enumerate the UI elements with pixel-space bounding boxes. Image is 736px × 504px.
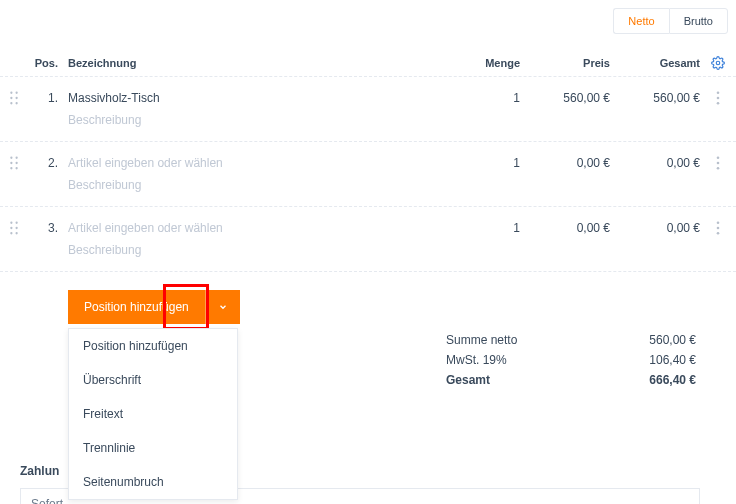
add-position-dropdown-button[interactable] [205, 290, 240, 324]
item-total: 0,00 € [610, 221, 700, 235]
totals-block: Summe netto560,00 € MwSt. 19%106,40 € Ge… [446, 330, 696, 390]
chevron-down-icon [218, 302, 228, 312]
svg-point-2 [15, 92, 17, 94]
svg-point-26 [717, 227, 720, 230]
item-qty[interactable]: 1 [460, 156, 520, 170]
dropdown-item-position[interactable]: Position hinzufügen [69, 329, 237, 363]
svg-point-5 [10, 102, 12, 104]
svg-point-6 [15, 102, 17, 104]
total-netto-label: Summe netto [446, 333, 517, 347]
highlight-box [163, 284, 209, 330]
total-vat-label: MwSt. 19% [446, 353, 507, 367]
dropdown-item-freetext[interactable]: Freitext [69, 397, 237, 431]
col-qty-header: Menge [460, 57, 520, 69]
total-netto-value: 560,00 € [649, 333, 696, 347]
item-pos: 1. [28, 91, 68, 105]
table-row: 3.Artikel eingeben oder wählen10,00 €0,0… [0, 207, 736, 239]
drag-handle-icon[interactable] [0, 91, 28, 105]
item-qty[interactable]: 1 [460, 221, 520, 235]
item-description-row: Beschreibung [0, 109, 736, 142]
item-price[interactable]: 0,00 € [520, 221, 610, 235]
svg-point-11 [15, 157, 17, 159]
svg-point-8 [717, 97, 720, 100]
svg-point-7 [717, 91, 720, 94]
item-name[interactable]: Massivholz-Tisch [68, 91, 460, 105]
item-qty[interactable]: 1 [460, 91, 520, 105]
svg-point-19 [10, 222, 12, 224]
svg-point-3 [10, 97, 12, 99]
item-price[interactable]: 0,00 € [520, 156, 610, 170]
svg-point-22 [15, 227, 17, 229]
svg-point-24 [15, 232, 17, 234]
svg-point-20 [15, 222, 17, 224]
svg-point-14 [10, 167, 12, 169]
add-dropdown-menu: Position hinzufügen Überschrift Freitext… [68, 328, 238, 500]
gear-icon[interactable] [711, 56, 725, 70]
item-description[interactable]: Beschreibung [68, 243, 460, 257]
svg-point-4 [15, 97, 17, 99]
svg-point-13 [15, 162, 17, 164]
item-name[interactable]: Artikel eingeben oder wählen [68, 156, 460, 170]
drag-handle-icon[interactable] [0, 221, 28, 235]
dropdown-item-separator[interactable]: Trennlinie [69, 431, 237, 465]
dropdown-item-pagebreak[interactable]: Seitenumbruch [69, 465, 237, 499]
svg-point-25 [717, 221, 720, 224]
svg-point-15 [15, 167, 17, 169]
svg-point-10 [10, 157, 12, 159]
item-description[interactable]: Beschreibung [68, 113, 460, 127]
item-name[interactable]: Artikel eingeben oder wählen [68, 221, 460, 235]
total-gross-value: 666,40 € [649, 373, 696, 387]
svg-point-9 [717, 102, 720, 105]
svg-point-18 [717, 167, 720, 170]
svg-point-1 [10, 92, 12, 94]
svg-point-27 [717, 232, 720, 235]
svg-point-12 [10, 162, 12, 164]
svg-point-21 [10, 227, 12, 229]
col-price-header: Preis [520, 57, 610, 69]
more-icon[interactable] [716, 91, 720, 105]
tab-netto[interactable]: Netto [613, 8, 668, 34]
svg-point-0 [716, 61, 720, 65]
col-total-header: Gesamt [610, 57, 700, 69]
item-description-row: Beschreibung [0, 174, 736, 207]
more-icon[interactable] [716, 156, 720, 170]
item-description-row: Beschreibung [0, 239, 736, 272]
item-total: 0,00 € [610, 156, 700, 170]
more-icon[interactable] [716, 221, 720, 235]
total-gross-label: Gesamt [446, 373, 490, 387]
item-pos: 2. [28, 156, 68, 170]
item-description[interactable]: Beschreibung [68, 178, 460, 192]
item-price[interactable]: 560,00 € [520, 91, 610, 105]
svg-point-17 [717, 162, 720, 165]
table-row: 1.Massivholz-Tisch1560,00 €560,00 € [0, 77, 736, 109]
table-header: Pos. Bezeichnung Menge Preis Gesamt [0, 50, 736, 77]
table-row: 2.Artikel eingeben oder wählen10,00 €0,0… [0, 142, 736, 174]
item-pos: 3. [28, 221, 68, 235]
drag-handle-icon[interactable] [0, 156, 28, 170]
col-name-header: Bezeichnung [68, 57, 460, 69]
svg-point-16 [717, 156, 720, 159]
item-total: 560,00 € [610, 91, 700, 105]
tab-brutto[interactable]: Brutto [669, 8, 728, 34]
dropdown-item-heading[interactable]: Überschrift [69, 363, 237, 397]
col-pos-header: Pos. [28, 57, 68, 69]
svg-point-23 [10, 232, 12, 234]
total-vat-value: 106,40 € [649, 353, 696, 367]
